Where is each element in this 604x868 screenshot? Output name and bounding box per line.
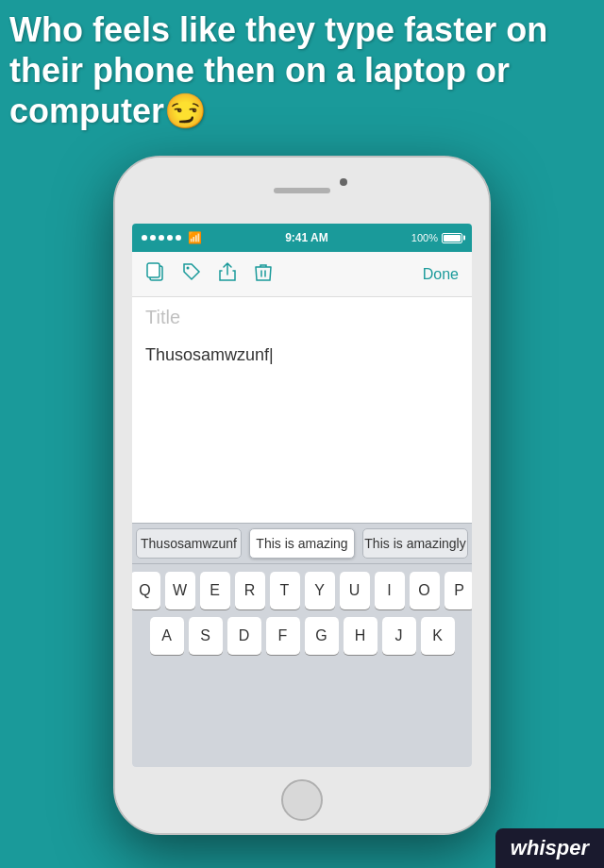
status-time: 9:41 AM [285,231,328,244]
key-p[interactable]: P [445,572,473,609]
note-body[interactable]: Thusosamwzunf| [145,342,459,369]
key-a[interactable]: A [150,617,184,655]
key-f[interactable]: F [266,617,300,655]
copy-icon[interactable] [145,261,166,287]
signal-dot-3 [159,235,164,241]
battery-fill [444,235,461,242]
signal-dot-4 [167,235,173,241]
key-d[interactable]: D [227,617,261,655]
battery-percent: 100% [411,232,438,243]
share-icon[interactable] [217,261,238,287]
toolbar: Done [132,252,472,297]
key-r[interactable]: R [235,572,265,609]
keyboard: Q W E R T Y U I O P A S D F G H J K [132,564,472,767]
key-s[interactable]: S [189,617,223,655]
svg-rect-1 [147,263,159,277]
wifi-icon: 📶 [188,231,202,244]
key-u[interactable]: U [340,572,370,609]
phone-top [115,158,489,224]
status-bar: 📶 9:41 AM 100% [132,224,472,252]
key-k[interactable]: K [421,617,455,655]
key-o[interactable]: O [410,572,440,609]
signal-area: 📶 [142,231,202,244]
toolbar-icons [145,261,274,287]
key-g[interactable]: G [305,617,339,655]
speaker [274,188,330,193]
home-button[interactable] [281,779,323,821]
tag-icon[interactable] [181,261,202,287]
battery-icon [442,233,462,243]
signal-dot-1 [142,235,147,241]
svg-point-2 [187,267,190,270]
header-text: Who feels like they type faster on their… [9,9,595,132]
key-e[interactable]: E [200,572,230,609]
autocomplete-bar: Thusosamwzunf This is amazing This is am… [132,523,472,564]
note-title-placeholder: Title [145,307,459,328]
phone: 📶 9:41 AM 100% [113,156,491,835]
autocomplete-item-2[interactable]: This is amazingly [362,528,468,559]
key-q[interactable]: Q [132,572,160,609]
autocomplete-item-1[interactable]: This is amazing [249,528,355,559]
key-t[interactable]: T [270,572,300,609]
key-w[interactable]: W [165,572,195,609]
phone-screen: 📶 9:41 AM 100% [132,224,472,767]
autocomplete-item-0[interactable]: Thusosamwzunf [136,528,242,559]
key-j[interactable]: J [382,617,416,655]
battery-area: 100% [411,232,462,243]
key-y[interactable]: Y [305,572,335,609]
phone-bottom [115,767,489,833]
signal-dot-5 [176,235,181,241]
done-button[interactable]: Done [423,266,459,283]
key-row-1: Q W E R T Y U I O P [136,572,468,609]
key-i[interactable]: I [375,572,405,609]
key-h[interactable]: H [344,617,378,655]
key-row-2: A S D F G H J K [136,617,468,655]
signal-dot-2 [150,235,156,241]
whisper-badge: whisper [495,828,604,868]
camera-dot [340,178,347,186]
note-area: Title Thusosamwzunf| [132,297,472,523]
trash-icon[interactable] [253,261,274,287]
